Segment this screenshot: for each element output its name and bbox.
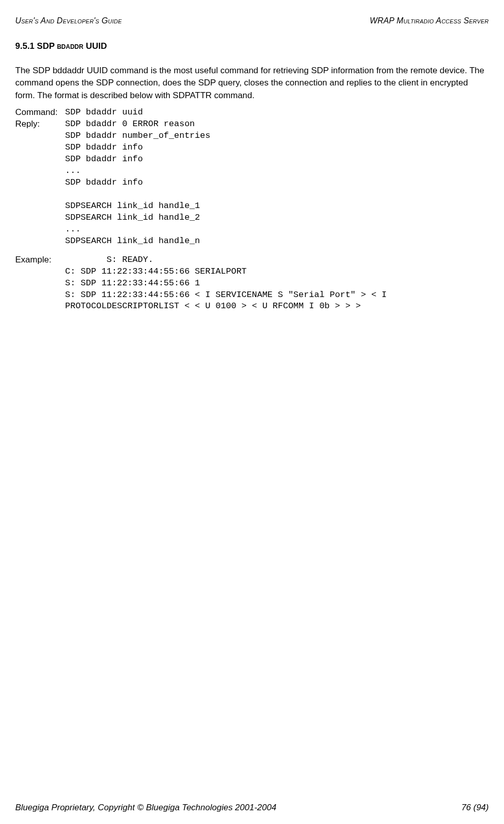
command-label: Command: xyxy=(15,107,65,119)
example-rest-row: C: SDP 11:22:33:44:55:66 SERIALPORT S: S… xyxy=(15,266,489,313)
example-first-row: Example: S: READY. xyxy=(15,254,489,266)
example-first-line: S: READY. xyxy=(65,254,153,266)
page-footer: Bluegiga Proprietary, Copyright © Bluegi… xyxy=(15,802,489,814)
header-left: User's And Developer's Guide xyxy=(15,15,122,26)
footer-left: Bluegiga Proprietary, Copyright © Bluegi… xyxy=(15,802,276,814)
header-right: WRAP Multiradio Access Server xyxy=(370,15,489,26)
page: User's And Developer's Guide WRAP Multir… xyxy=(0,0,504,824)
section-title-smallcaps: bdaddr xyxy=(57,41,83,51)
reply-row: Reply: SDP bdaddr 0 ERROR reason SDP bda… xyxy=(15,119,489,247)
section-title-post: UUID xyxy=(83,41,107,51)
footer-right: 76 (94) xyxy=(461,802,489,814)
reply-value: SDP bdaddr 0 ERROR reason SDP bdaddr num… xyxy=(65,119,211,247)
section-heading: 9.5.1 SDP bdaddr UUID xyxy=(15,41,489,52)
example-body: C: SDP 11:22:33:44:55:66 SERIALPORT S: S… xyxy=(65,266,487,313)
section-number: 9.5.1 xyxy=(15,41,35,51)
command-value: SDP bdaddr uuid xyxy=(65,107,143,119)
spacer xyxy=(15,247,489,254)
intro-paragraph: The SDP bddaddr UUID command is the most… xyxy=(15,65,489,102)
section-title-pre: SDP xyxy=(37,41,57,51)
page-header: User's And Developer's Guide WRAP Multir… xyxy=(15,15,489,26)
command-row: Command: SDP bdaddr uuid xyxy=(15,107,489,119)
reply-label: Reply: xyxy=(15,119,65,130)
example-label: Example: xyxy=(15,254,65,266)
